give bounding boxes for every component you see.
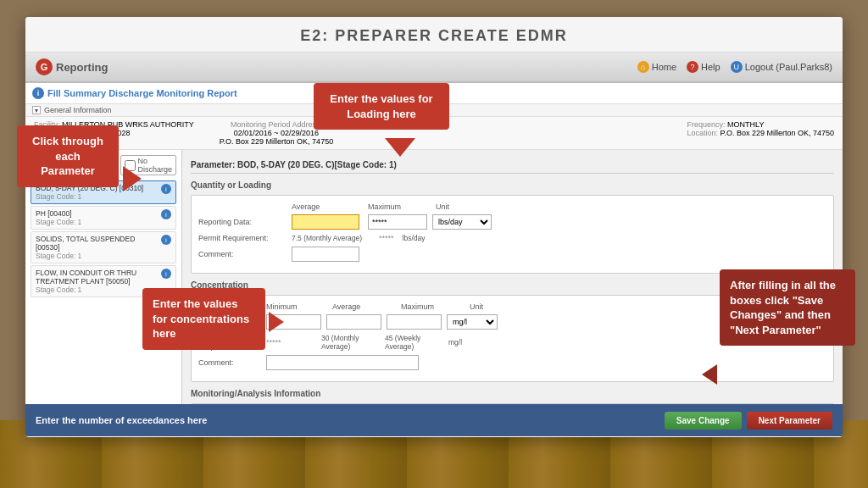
report-title: Fill Summary Discharge Monitoring Report bbox=[47, 88, 237, 98]
conc-comment-input[interactable] bbox=[266, 355, 419, 370]
slide-container: E2: PREPARER CREATE EDMR G Reporting ⌂ H… bbox=[25, 17, 843, 437]
param-info-icon-solids: i bbox=[161, 235, 171, 245]
param-text-flow: FLOW, IN CONDUIT OR THRU TREATMENT PLANT… bbox=[36, 269, 159, 294]
expand-icon[interactable]: ▼ bbox=[32, 106, 41, 114]
reporting-data-label: Reporting Data: bbox=[198, 218, 292, 226]
param-text-ph: PH [00400]Stage Code: 1 bbox=[36, 209, 159, 226]
callout-save: After filling in all the boxes click "Sa… bbox=[720, 269, 855, 346]
app-nav: ⌂ Home ? Help U Logout (Paul.Parks8) bbox=[637, 61, 832, 73]
permit-req-row: Permit Requirement: 7.5 (Monthly Average… bbox=[198, 234, 826, 242]
conc-comment-label: Comment: bbox=[198, 358, 266, 367]
callout-click-text: Click through each Parameter bbox=[32, 135, 103, 177]
slide-title: E2: PREPARER CREATE EDMR bbox=[25, 17, 843, 53]
param-title: Parameter: BOD, 5-DAY (20 DEG. C)[Stage … bbox=[191, 157, 834, 174]
permit-req-value: 7.5 (Monthly Average) bbox=[292, 234, 362, 242]
callout-conc-text: Enter the values for concentrations here bbox=[153, 297, 249, 340]
comment-input-loading[interactable] bbox=[292, 247, 359, 262]
monitoring-analysis-label: Monitoring/Analysis Information bbox=[191, 389, 834, 398]
monitoring-period-value: 02/01/2016 ~ 02/29/2016 bbox=[220, 129, 333, 137]
param-info-icon-flow: i bbox=[161, 269, 171, 279]
conc-avg-req: 30 (Monthly Average) bbox=[321, 334, 385, 351]
unit-select[interactable]: lbs/day bbox=[432, 214, 492, 230]
nav-home[interactable]: ⌂ Home bbox=[637, 61, 676, 73]
save-button[interactable]: Save Change bbox=[665, 412, 742, 430]
callout-save-text: After filling in all the boxes click "Sa… bbox=[730, 279, 836, 336]
nav-logout[interactable]: U Logout (Paul.Parks8) bbox=[731, 61, 832, 73]
col-max-header: Maximum bbox=[368, 202, 436, 211]
param-item-solids[interactable]: SOLIDS, TOTAL SUSPENDED [00530]Stage Cod… bbox=[31, 231, 176, 263]
conc-comment-row: Comment: bbox=[198, 355, 826, 370]
user-icon: U bbox=[731, 61, 743, 73]
param-info-icon-bod: i bbox=[161, 184, 171, 194]
home-label: Home bbox=[652, 62, 676, 72]
reporting-max-input[interactable] bbox=[368, 214, 427, 230]
logout-label: Logout (Paul.Parks8) bbox=[745, 62, 832, 72]
callout-click: Click through each Parameter bbox=[17, 125, 119, 187]
conc-max-header: Maximum bbox=[401, 302, 465, 311]
callout-loading: Enter the values for Loading here bbox=[314, 83, 449, 130]
next-parameter-button[interactable]: Next Parameter bbox=[747, 412, 832, 430]
location-value: P.O. Box 229 Millerton OK, 74750 bbox=[721, 129, 834, 137]
frequency-block: Frequency: MONTHLY Location: P.O. Box 22… bbox=[687, 120, 834, 146]
permit-req-unit: lbs/day bbox=[403, 234, 426, 242]
conc-max-input[interactable] bbox=[387, 314, 442, 330]
save-arrow bbox=[702, 364, 717, 385]
conc-unit-req: mg/l bbox=[448, 338, 462, 347]
conc-avg-header: Average bbox=[332, 302, 396, 311]
address-value: P.O. Box 229 Millerton OK, 74750 bbox=[220, 137, 333, 146]
reporting-avg-input[interactable] bbox=[292, 214, 359, 230]
reporting-data-row: Reporting Data: lbs/day bbox=[198, 214, 826, 230]
permit-req-label: Permit Requirement: bbox=[198, 234, 292, 242]
frequency-value: MONTHLY bbox=[727, 120, 764, 129]
callout-loading-text: Enter the values for Loading here bbox=[330, 92, 432, 120]
loading-arrow bbox=[385, 138, 415, 157]
location-label: Location: bbox=[687, 129, 719, 137]
callout-concentrations: Enter the values for concentrations here bbox=[142, 288, 265, 350]
no-discharge-label: No Discharge bbox=[137, 157, 172, 174]
logo-icon: G bbox=[36, 58, 53, 75]
info-icon: i bbox=[32, 87, 44, 99]
conc-unit-header: Unit bbox=[470, 302, 520, 311]
param-item-ph[interactable]: PH [00400]Stage Code: 1 i bbox=[31, 206, 176, 230]
permit-req-stars: ***** bbox=[379, 234, 394, 242]
qty-loading-grid: Average Maximum Unit Reporting Data: lbs… bbox=[191, 195, 834, 274]
conc-min-header: Minimum bbox=[266, 302, 327, 311]
param-info-icon-ph: i bbox=[161, 209, 171, 219]
click-arrow bbox=[123, 166, 142, 191]
bottom-bar: Enter the number of exceedances here Sav… bbox=[25, 404, 843, 436]
logo-text: Reporting bbox=[56, 61, 108, 74]
app-header: G Reporting ⌂ Home ? Help U Logout (Paul… bbox=[25, 53, 843, 83]
conc-arrow bbox=[269, 312, 284, 332]
nav-help[interactable]: ? Help bbox=[687, 61, 721, 73]
button-group: Save Change Next Parameter bbox=[665, 412, 832, 430]
conc-min-req: ***** bbox=[266, 338, 321, 347]
conc-max-req: 45 (Weekly Average) bbox=[385, 334, 448, 351]
qty-loading-label: Quantity or Loading bbox=[191, 180, 834, 190]
comment-row-loading: Comment: bbox=[198, 247, 826, 262]
exceedance-text: Enter the number of exceedances here bbox=[36, 415, 207, 425]
col-avg-header: Average bbox=[292, 202, 368, 211]
gen-info-label: General Information bbox=[44, 106, 112, 114]
sidebar: Monitoring Point: 2016 No Discharge BOD,… bbox=[25, 150, 182, 404]
conc-unit-select[interactable]: mg/l bbox=[447, 314, 498, 330]
comment-label-loading: Comment: bbox=[198, 250, 292, 258]
help-label: Help bbox=[701, 62, 721, 72]
conc-avg-input[interactable] bbox=[326, 314, 381, 330]
frequency-label: Frequency: bbox=[687, 120, 726, 129]
col-header-row: Average Maximum Unit bbox=[198, 202, 826, 211]
monitoring-grid: Frequency of Analysis Sample Type Excurs… bbox=[191, 403, 834, 404]
help-icon: ? bbox=[687, 61, 698, 73]
col-unit-header: Unit bbox=[436, 202, 504, 211]
home-icon: ⌂ bbox=[637, 61, 649, 73]
app-logo: G Reporting bbox=[36, 58, 108, 75]
param-text-solids: SOLIDS, TOTAL SUSPENDED [00530]Stage Cod… bbox=[36, 235, 159, 260]
